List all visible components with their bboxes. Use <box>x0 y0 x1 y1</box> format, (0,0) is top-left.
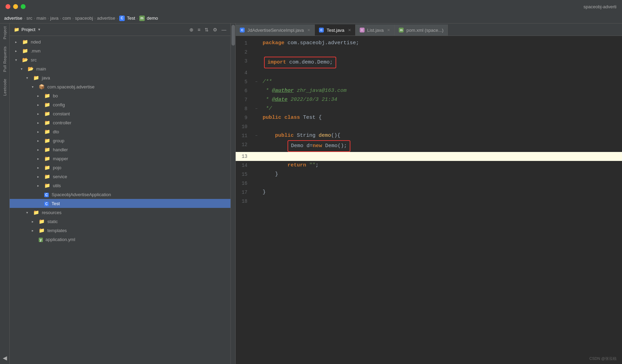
tree-item-label: Test <box>51 201 60 206</box>
breadcrumb-test[interactable]: Test <box>127 16 135 21</box>
breadcrumb-src[interactable]: src <box>26 16 32 21</box>
tree-item[interactable]: ▸📁handler <box>10 145 230 154</box>
file-icon: C <box>44 192 49 197</box>
tab-list[interactable]: I List.java ✕ <box>356 25 395 36</box>
tree-item-label: templates <box>47 228 67 233</box>
tree-item[interactable]: ▸📁.mvn <box>10 46 230 55</box>
breadcrumb-demo[interactable]: demo <box>147 16 158 21</box>
tree-item[interactable]: ▸📁bo <box>10 91 230 100</box>
tree-item[interactable]: ▸📁static <box>10 217 230 226</box>
collapse-icon[interactable]: ≡ <box>198 27 200 32</box>
code-line[interactable]: 11− public String demo(){ <box>236 131 622 140</box>
maximize-button[interactable] <box>21 4 26 9</box>
breadcrumb-advertise2[interactable]: advertise <box>97 16 115 21</box>
tree-item-label: handler <box>53 147 68 152</box>
tree-item[interactable]: ▸📁dto <box>10 127 230 136</box>
tree-item[interactable]: ▸📁nded <box>10 37 230 46</box>
tab-list-close[interactable]: ✕ <box>387 28 390 32</box>
fold-icon[interactable]: − <box>253 131 260 140</box>
file-icon: 📁 <box>33 75 39 80</box>
tree-item[interactable]: CTest <box>10 199 230 208</box>
line-content: } <box>260 170 622 179</box>
tree-item[interactable]: ▸📁utils <box>10 181 230 190</box>
vertical-sidebar: Project Pull Requests Leetcode ◀ <box>0 23 10 364</box>
code-line[interactable]: 16 <box>236 179 622 188</box>
minimize-button[interactable] <box>13 4 18 9</box>
tree-item[interactable]: ▸📁constant <box>10 109 230 118</box>
tree-item[interactable]: ▾📦com.spaceobj.advertise <box>10 82 230 91</box>
breadcrumb-main[interactable]: main <box>36 16 46 21</box>
tree-item[interactable]: ▾📂main <box>10 64 230 73</box>
tree-item-label: resources <box>42 210 62 215</box>
panel-header: 📁 Project ▼ ⊕ ≡ ⇅ ⚙ — <box>10 23 230 36</box>
fold-icon[interactable]: − <box>253 104 260 113</box>
file-icon: 📁 <box>44 147 50 152</box>
dropdown-arrow-icon[interactable]: ▼ <box>37 28 41 31</box>
code-editor[interactable]: 1package com.spaceobj.advertise;23import… <box>236 36 622 364</box>
code-line[interactable]: 9public class Test { <box>236 113 622 122</box>
tab-list-i-icon: I <box>360 28 365 32</box>
code-line[interactable]: 4 <box>236 68 622 77</box>
settings-icon[interactable]: ⚙ <box>213 27 217 32</box>
breadcrumb-advertise[interactable]: advertise <box>4 16 22 21</box>
tree-arrow-icon: ▸ <box>37 157 43 161</box>
sidebar-label-leetcode[interactable]: Leetcode <box>3 79 7 96</box>
tree-item[interactable]: ▾📂src <box>10 55 230 64</box>
code-line[interactable]: 3import com.demo.Demo; <box>236 57 622 68</box>
tab-test-label: Test.java <box>327 28 344 33</box>
expand-icon[interactable]: ⇅ <box>205 27 209 32</box>
code-line[interactable]: 17} <box>236 188 622 197</box>
tree-arrow-icon: ▸ <box>37 166 43 170</box>
tree-item[interactable]: ▸📁controller <box>10 118 230 127</box>
code-line[interactable]: 8− */ <box>236 104 622 113</box>
tab-jd-close[interactable]: ✕ <box>307 28 310 32</box>
code-line[interactable]: 7 * @date 2022/10/3 21:34 <box>236 95 622 104</box>
tree-item[interactable]: ▸📁group <box>10 136 230 145</box>
tree-item[interactable]: ▸📁templates <box>10 226 230 235</box>
line-number: 9 <box>236 113 253 122</box>
breadcrumb-spaceobj[interactable]: spaceobj <box>75 16 93 21</box>
panel-scrollbar[interactable] <box>231 23 236 364</box>
code-line[interactable]: 14 return ""; <box>236 161 622 170</box>
breadcrumb-com[interactable]: com <box>63 16 71 21</box>
tab-test[interactable]: C Test.java ✕ <box>315 25 355 36</box>
locate-icon[interactable]: ⊕ <box>189 27 194 32</box>
tree-item[interactable]: ▸📁pojo <box>10 163 230 172</box>
tree-item[interactable]: ▾📁resources <box>10 208 230 217</box>
code-line[interactable]: 15 } <box>236 170 622 179</box>
code-line[interactable]: 12 Demo d=new Demo(); <box>236 140 622 152</box>
tree-arrow-icon: ▸ <box>37 94 43 98</box>
tree-item-label: service <box>53 174 67 179</box>
tree-item[interactable]: CSpaceobjAdvertiseApplication <box>10 190 230 199</box>
code-line[interactable]: 18 <box>236 197 622 206</box>
tree-item-label: .mvn <box>31 48 40 54</box>
tree-item[interactable]: ▾📁java <box>10 73 230 82</box>
code-line[interactable]: 6 * @author zhr_java@163.com <box>236 86 622 95</box>
sidebar-label-pull-requests[interactable]: Pull Requests <box>3 46 7 72</box>
line-content: return ""; <box>260 161 622 170</box>
code-line[interactable]: 2 <box>236 48 622 57</box>
tree-item[interactable]: ▸📁service <box>10 172 230 181</box>
code-line[interactable]: 5−/** <box>236 77 622 86</box>
tree-item[interactable]: yapplication.yml <box>10 235 230 244</box>
sidebar-arrow-icon[interactable]: ◀ <box>3 355 7 361</box>
close-panel-icon[interactable]: — <box>222 27 226 32</box>
tab-jd-advertise[interactable]: C JdAdvertiseServiceImpl.java ✕ <box>236 25 315 36</box>
code-line[interactable]: 13 <box>236 152 622 161</box>
fold-icon[interactable]: − <box>253 77 260 86</box>
line-content: * @author zhr_java@163.com <box>260 86 622 95</box>
project-panel: 📁 Project ▼ ⊕ ≡ ⇅ ⚙ — ▸📁nded▸📁.mvn▾📂src▾… <box>10 23 231 364</box>
tree-item[interactable]: ▸📁mapper <box>10 154 230 163</box>
code-line[interactable]: 1package com.spaceobj.advertise; <box>236 39 622 48</box>
tree-arrow-icon: ▸ <box>37 184 43 188</box>
sidebar-label-project[interactable]: Project <box>3 26 7 39</box>
line-content: */ <box>260 104 622 113</box>
tab-pom[interactable]: m pom.xml (space...) <box>395 25 448 36</box>
breadcrumb-java[interactable]: java <box>50 16 58 21</box>
tree-arrow-icon: ▸ <box>32 229 37 232</box>
tab-test-close[interactable]: ✕ <box>348 28 351 32</box>
code-line[interactable]: 10 <box>236 122 622 131</box>
tree-item[interactable]: ▸📁config <box>10 100 230 109</box>
close-button[interactable] <box>6 4 10 9</box>
line-number: 3 <box>236 57 253 66</box>
